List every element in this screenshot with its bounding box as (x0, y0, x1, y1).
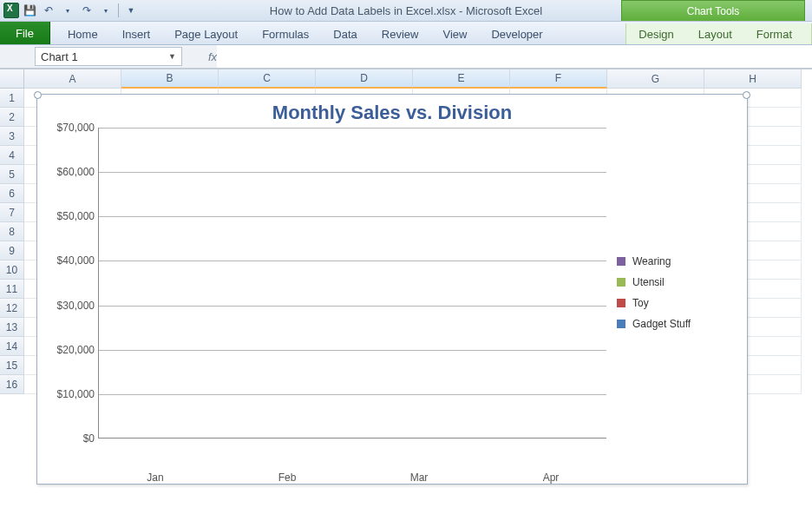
name-box-value: Chart 1 (41, 50, 78, 63)
row-header[interactable]: 1 (0, 89, 24, 108)
redo-dropdown-icon[interactable]: ▾ (97, 2, 115, 19)
gridline (99, 350, 606, 351)
bars-container (99, 128, 606, 438)
excel-logo-icon (3, 3, 19, 18)
gridline (99, 306, 606, 307)
row-header[interactable]: 16 (0, 375, 24, 394)
tab-formulas[interactable]: Formulas (250, 23, 321, 44)
row-header[interactable]: 4 (0, 146, 24, 165)
column-header[interactable]: E (413, 69, 510, 89)
row-header[interactable]: 9 (0, 241, 24, 260)
tab-format[interactable]: Format (744, 23, 804, 44)
x-axis: JanFebMarApr (89, 472, 617, 484)
column-header[interactable]: A (24, 69, 121, 89)
row-header[interactable]: 2 (0, 108, 24, 127)
row-header[interactable]: 3 (0, 127, 24, 146)
row-header[interactable]: 6 (0, 184, 24, 203)
tab-view[interactable]: View (430, 23, 479, 44)
column-header[interactable]: F (510, 69, 607, 89)
x-tick-label: Jan (125, 472, 186, 484)
file-tab[interactable]: File (0, 22, 50, 44)
qat-separator (118, 3, 119, 17)
save-icon[interactable]: 💾 (21, 2, 38, 19)
legend-swatch-icon (617, 278, 625, 287)
gridline (99, 128, 606, 129)
column-header[interactable]: C (219, 69, 316, 89)
ribbon-tabs: File Home Insert Page Layout Formulas Da… (0, 22, 812, 45)
chart-legend[interactable]: WearingUtensilToyGadget Stuff (606, 128, 738, 458)
legend-item[interactable]: Wearing (617, 255, 738, 267)
chart-tools-tabs: Design Layout Format (625, 23, 812, 44)
row-header[interactable]: 11 (0, 280, 24, 299)
y-tick-label: $0 (83, 432, 95, 445)
row-header[interactable]: 15 (0, 356, 24, 375)
row-header[interactable]: 14 (0, 337, 24, 356)
legend-label: Utensil (632, 276, 665, 288)
gridline (99, 394, 606, 395)
title-bar: 💾 ↶ ▾ ↷ ▾ ▼ How to Add Data Labels in Ex… (0, 0, 812, 22)
chart-title[interactable]: Monthly Sales vs. Division (46, 102, 738, 124)
x-tick-label: Feb (257, 472, 318, 484)
tab-design[interactable]: Design (626, 23, 685, 44)
chart-object[interactable]: Monthly Sales vs. Division $0$10,000$20,… (36, 94, 748, 485)
row-header[interactable]: 7 (0, 203, 24, 222)
tab-data[interactable]: Data (321, 23, 369, 44)
y-tick-label: $60,000 (57, 166, 95, 178)
y-tick-label: $50,000 (57, 210, 95, 222)
plot-area[interactable] (98, 128, 606, 439)
legend-label: Wearing (632, 255, 671, 267)
legend-label: Gadget Stuff (632, 318, 691, 330)
tab-insert[interactable]: Insert (110, 23, 163, 44)
column-header[interactable]: B (121, 69, 219, 89)
gridline (99, 260, 606, 261)
qat-customize-icon[interactable]: ▼ (122, 2, 140, 19)
legend-swatch-icon (617, 299, 625, 307)
gridline (99, 216, 606, 217)
chart-tools-contextual-header: Chart Tools (621, 0, 805, 21)
column-header[interactable]: D (316, 69, 413, 89)
tab-developer[interactable]: Developer (479, 23, 554, 44)
tab-home[interactable]: Home (56, 23, 110, 44)
column-header[interactable]: H (704, 69, 802, 89)
name-box-dropdown-icon[interactable]: ▼ (168, 52, 176, 61)
legend-item[interactable]: Utensil (617, 276, 738, 288)
legend-item[interactable]: Gadget Stuff (617, 318, 738, 330)
tab-layout[interactable]: Layout (686, 23, 744, 44)
x-tick-label: Apr (521, 472, 581, 484)
fx-icon[interactable]: fx (208, 50, 217, 63)
y-tick-label: $20,000 (57, 344, 95, 356)
row-header[interactable]: 13 (0, 318, 24, 337)
select-all-corner[interactable] (0, 69, 24, 89)
legend-swatch-icon (617, 320, 625, 328)
x-tick-label: Mar (389, 472, 449, 484)
name-box[interactable]: Chart 1 ▼ (35, 47, 182, 66)
formula-input[interactable] (217, 45, 812, 68)
legend-item[interactable]: Toy (617, 297, 738, 309)
legend-swatch-icon (617, 257, 625, 266)
row-header[interactable]: 10 (0, 260, 24, 280)
formula-bar-row: Chart 1 ▼ fx (0, 45, 812, 69)
redo-icon[interactable]: ↷ (78, 2, 95, 19)
worksheet-grid[interactable]: ABCDEFGH12345678910111213141516 Monthly … (0, 69, 812, 394)
y-tick-label: $40,000 (57, 254, 95, 267)
row-header[interactable]: 5 (0, 165, 24, 184)
legend-label: Toy (632, 297, 649, 309)
fx-area: fx (208, 45, 217, 68)
row-header[interactable]: 12 (0, 299, 24, 318)
tab-page-layout[interactable]: Page Layout (162, 23, 250, 44)
gridline (99, 172, 606, 173)
y-tick-label: $30,000 (57, 300, 95, 312)
tab-review[interactable]: Review (370, 23, 431, 44)
y-axis: $0$10,000$20,000$30,000$40,000$50,000$60… (46, 128, 98, 458)
undo-icon[interactable]: ↶ (40, 2, 57, 19)
undo-dropdown-icon[interactable]: ▾ (59, 2, 76, 19)
y-tick-label: $70,000 (57, 122, 95, 134)
column-header[interactable]: G (607, 69, 704, 89)
row-header[interactable]: 8 (0, 222, 24, 241)
quick-access-toolbar: 💾 ↶ ▾ ↷ ▾ ▼ (0, 2, 140, 19)
y-tick-label: $10,000 (57, 388, 95, 400)
